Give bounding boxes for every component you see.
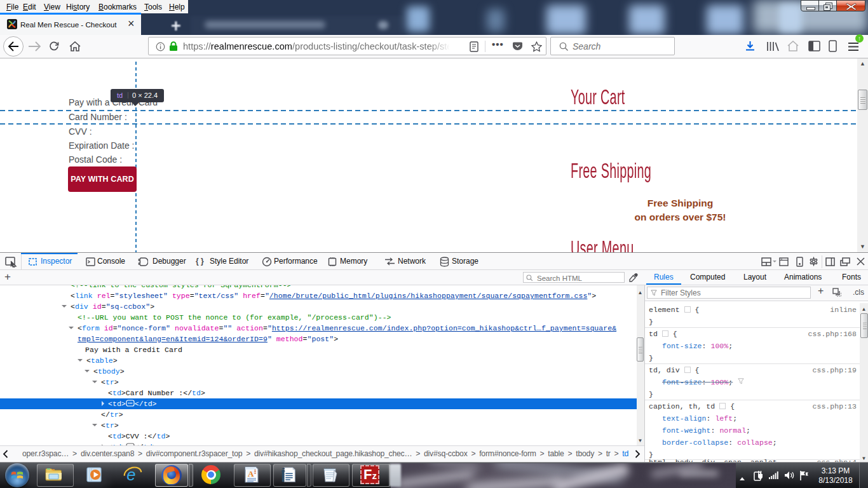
svg-text:A: A [248,469,254,478]
